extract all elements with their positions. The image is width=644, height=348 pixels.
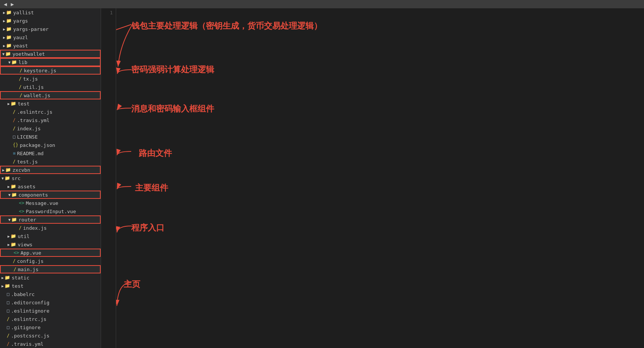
tree-label: src: [12, 176, 20, 181]
folder-icon: 📁: [5, 51, 11, 56]
tree-label: test.js: [17, 159, 38, 165]
tree-item-static[interactable]: ▶📁 static: [0, 273, 101, 282]
tree-item-yauzl[interactable]: ▶📁 yauzl: [0, 33, 101, 41]
tree-item-travis-yml[interactable]: / .travis.yml: [0, 116, 101, 124]
chevron-icon: ▼: [8, 60, 11, 64]
js-icon: /: [19, 84, 21, 90]
folder-icon: 📁: [6, 35, 12, 40]
tree-item-index-js[interactable]: / index.js: [0, 124, 101, 133]
tree-item-config-js[interactable]: / config.js: [0, 257, 101, 265]
folder-icon: 📁: [11, 192, 17, 197]
tree-item-app-vue[interactable]: <> App.vue: [0, 249, 101, 257]
tree-item-yallist[interactable]: ▶📁 yallist: [0, 8, 101, 17]
tree-item-test2[interactable]: ▶📁 test: [0, 282, 101, 290]
json-icon: {}: [13, 142, 18, 148]
chevron-icon: ▶: [2, 284, 4, 288]
tree-label: keystore.js: [24, 68, 56, 73]
chevron-icon: ▶: [2, 276, 4, 280]
folder-icon: 📁: [5, 275, 10, 280]
tree-item-lib[interactable]: ▼📁 lib: [0, 58, 101, 66]
tree-label: views: [18, 242, 32, 247]
tree-item-message-vue[interactable]: <> Message.vue: [0, 199, 101, 207]
tree-item-views[interactable]: ▶📁 views: [0, 240, 101, 249]
main-container: ▶📁 yallist▶📁 yargs▶📁 yargs-parser▶📁 yauz…: [0, 8, 644, 348]
js-icon: /: [14, 267, 16, 272]
tree-label: README.md: [17, 151, 43, 156]
js-icon: /: [13, 258, 15, 264]
tree-item-passwordinput-vue[interactable]: <> PasswordInput.vue: [0, 207, 101, 215]
tree-item-components[interactable]: ▼📁 components: [0, 191, 101, 199]
tree-item-postcssrc-js[interactable]: / .postcssrc.js: [0, 331, 101, 340]
line-numbers: 1: [101, 8, 116, 348]
tree-label: .editorconfig: [11, 300, 49, 305]
tree-item-main-js[interactable]: / main.js: [0, 265, 101, 273]
tree-label: LICENSE: [17, 134, 38, 140]
annotation-router: 路由文件: [139, 148, 172, 159]
tree-item-travis-yml2[interactable]: / .travis.yml: [0, 340, 101, 348]
svg-line-1: [116, 24, 131, 65]
annotation-main-component: 主要组件: [135, 182, 168, 194]
yml-icon: /: [13, 118, 15, 123]
chevron-icon: ▼: [8, 218, 11, 222]
tree-label: yargs: [13, 18, 28, 24]
tree-label: test: [18, 101, 29, 107]
tree-item-yeast[interactable]: ▶📁 yeast: [0, 41, 101, 50]
tree-item-yargs[interactable]: ▶📁 yargs: [0, 17, 101, 25]
tree-item-yoethwallet[interactable]: ▼📁 yoethwallet: [0, 50, 101, 58]
folder-icon: 📁: [6, 43, 12, 48]
tree-item-yargs-parser[interactable]: ▶📁 yargs-parser: [0, 25, 101, 33]
tree-label: util: [18, 234, 29, 239]
tree-item-assets[interactable]: ▶📁 assets: [0, 182, 101, 191]
tree-item-keystore-js[interactable]: / keystore.js: [0, 66, 101, 75]
tree-item-readme-md[interactable]: ≡ README.md: [0, 149, 101, 157]
tree-item-wallet-js[interactable]: / wallet.js: [0, 91, 101, 99]
tree-item-zxcvbn[interactable]: ▶📁 zxcvbn: [0, 166, 101, 174]
folder-icon: 📁: [5, 167, 11, 172]
tree-item-editorconfig[interactable]: □ .editorconfig: [0, 298, 101, 307]
tree-label: .gitignore: [11, 325, 40, 330]
dotfile-icon: □: [7, 300, 9, 305]
folder-icon: 📁: [6, 26, 12, 32]
tree-label: static: [12, 275, 29, 281]
tree-item-eslintignore[interactable]: □ .eslintignore: [0, 307, 101, 315]
vue-icon: <>: [14, 250, 19, 255]
tree-item-gitignore[interactable]: □ .gitignore: [0, 323, 101, 331]
tree-label: index.js: [23, 225, 47, 231]
dotfile-icon: □: [7, 292, 9, 297]
back-button[interactable]: ◀: [3, 1, 8, 7]
tree-item-test-js[interactable]: / test.js: [0, 157, 101, 166]
js-icon: /: [19, 225, 21, 230]
tree-item-test-folder[interactable]: ▶📁 test: [0, 99, 101, 108]
tree-label: router: [18, 217, 36, 223]
folder-icon: 📁: [6, 10, 12, 15]
tree-item-tx-js[interactable]: / tx.js: [0, 75, 101, 83]
annotation-entry: 程序入口: [131, 222, 164, 234]
tree-item-eslintrc-js[interactable]: / .eslintrc.js: [0, 108, 101, 116]
chevron-icon: ▶: [2, 168, 5, 172]
tree-item-babelrc[interactable]: □ .babelrc: [0, 290, 101, 298]
tree-label: lib: [18, 60, 27, 65]
tree-label: util.js: [23, 84, 44, 90]
chevron-icon: ▶: [3, 44, 5, 48]
tree-item-license[interactable]: □ LICENSE: [0, 133, 101, 141]
tree-item-eslintrc-js2[interactable]: / .eslintrc.js: [0, 315, 101, 323]
tree-label: .postcssrc.js: [11, 333, 49, 339]
tree-item-util[interactable]: ▶📁 util: [0, 232, 101, 240]
annotation-message-component: 消息和密码输入框组件: [131, 103, 214, 114]
tree-item-package-json[interactable]: {} package.json: [0, 141, 101, 149]
tree-item-src[interactable]: ▼📁 src: [0, 174, 101, 182]
forward-button[interactable]: ▶: [10, 1, 14, 7]
annotation-homepage: 主页: [124, 279, 140, 290]
tree-label: App.vue: [20, 250, 41, 256]
tree-label: index.js: [17, 126, 41, 131]
tree-item-util-js[interactable]: / util.js: [0, 83, 101, 91]
dotfile-icon: □: [7, 308, 9, 313]
tree-label: .travis.yml: [11, 341, 43, 347]
folder-icon: 📁: [5, 176, 10, 181]
tree-label: assets: [18, 184, 35, 189]
chevron-icon: ▼: [8, 193, 11, 197]
tree-label: yauzl: [13, 35, 28, 40]
tree-item-router[interactable]: ▼📁 router: [0, 215, 101, 224]
tree-item-router-index-js[interactable]: / index.js: [0, 224, 101, 232]
folder-icon: 📁: [11, 217, 17, 222]
